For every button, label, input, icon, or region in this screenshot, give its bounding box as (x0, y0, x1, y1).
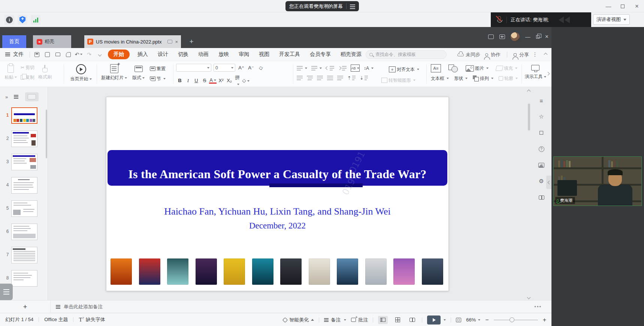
zoom-out-button[interactable]: − (485, 317, 489, 323)
slide-sorter-view-button[interactable] (393, 316, 402, 324)
menu-item-devtools[interactable]: 开发工具 (274, 48, 305, 61)
slide-date-text[interactable]: December, 2022 (106, 221, 448, 231)
export-button[interactable] (43, 50, 52, 59)
more-options-button[interactable]: … (533, 52, 540, 57)
distribute-button[interactable] (337, 76, 343, 80)
wps-minimize-button[interactable]: — (525, 34, 530, 40)
movie-poster[interactable] (196, 258, 217, 285)
format-painter-button[interactable]: 格式刷 (38, 65, 52, 80)
collapse-pane-tab[interactable] (546, 176, 551, 189)
properties-icon[interactable]: ≡ (538, 97, 545, 104)
missing-font-button[interactable]: T? 缺失字体 (79, 316, 105, 323)
command-search-input[interactable]: 查找命令、搜索模板 (366, 50, 447, 59)
slide-authors-text[interactable]: Haichao Fan, Yichuan Hu, Lixin Tang, and… (106, 206, 448, 217)
normal-view-button[interactable] (378, 316, 388, 324)
movie-poster[interactable] (309, 258, 330, 285)
copy-button[interactable]: 复制 (21, 74, 34, 81)
tab-close-icon[interactable]: × (175, 39, 178, 45)
menu-item-transition[interactable]: 切换 (173, 48, 193, 61)
slide-thumbnail-4[interactable]: 4 (4, 177, 48, 194)
zoom-slider-handle[interactable] (510, 317, 514, 322)
shapes-button[interactable]: 形状 (454, 75, 468, 82)
bullets-button[interactable] (297, 65, 307, 72)
zoom-in-button[interactable]: + (543, 317, 546, 323)
file-menu[interactable]: 文件 (0, 51, 28, 58)
scrollbar-thumb[interactable] (528, 104, 530, 131)
increase-font-button[interactable]: A⁺ (238, 65, 245, 71)
print-preview-button[interactable] (64, 50, 73, 59)
mic-muted-icon[interactable] (496, 16, 503, 24)
decrease-indent-button[interactable] (326, 65, 334, 72)
network-quality-button[interactable] (31, 15, 40, 25)
menu-item-animation[interactable]: 动画 (193, 48, 214, 61)
scroll-up-icon[interactable] (527, 90, 531, 93)
favorites-star-icon[interactable]: ☆ (538, 113, 545, 120)
canvas-scrollbar[interactable] (527, 90, 531, 299)
movie-poster[interactable] (422, 258, 443, 285)
new-slide-button[interactable]: 新建幻灯片 (101, 64, 127, 81)
section-button[interactable]: 节 (150, 75, 166, 82)
play-from-current-button[interactable]: 当页开始 (69, 64, 93, 82)
align-center-button[interactable] (307, 76, 313, 80)
underline-button[interactable]: U (193, 78, 200, 83)
font-size-select[interactable]: 0 (214, 64, 235, 72)
settings-gear-icon[interactable]: ⚙ (538, 177, 545, 185)
movie-poster[interactable] (167, 258, 188, 285)
italic-button[interactable]: I (184, 78, 192, 84)
text-box-button[interactable]: 文本框 (431, 75, 449, 82)
sync-status-button[interactable]: 未同步 (457, 51, 480, 58)
clear-format-button[interactable]: ◇ (256, 64, 265, 72)
collapse-ribbon-button[interactable] (544, 53, 548, 57)
scroll-down-icon[interactable] (527, 296, 531, 299)
presenter-view-dropdown[interactable]: 演讲者视图 (593, 14, 630, 25)
cut-button[interactable]: ✂ 剪切 (21, 64, 34, 71)
arrange-button[interactable]: 排列 (473, 75, 493, 82)
zoom-slider[interactable] (494, 320, 538, 320)
menu-item-member[interactable]: 会员专享 (305, 48, 336, 61)
movie-poster[interactable] (280, 258, 302, 285)
help-icon[interactable]: ? (538, 145, 545, 153)
movie-poster[interactable] (393, 258, 415, 285)
undo-button[interactable]: ↶ (74, 50, 83, 59)
convert-smartart-button[interactable]: 转智能图形 (381, 77, 415, 84)
zoom-level-button[interactable]: 66% (466, 317, 480, 323)
movie-poster[interactable] (337, 258, 358, 285)
share-banner-menu-icon[interactable] (350, 5, 355, 5)
meeting-security-button[interactable] (18, 15, 27, 25)
row-spacing-up-button[interactable]: ⇡ (347, 75, 356, 81)
justify-button[interactable] (327, 76, 333, 80)
theme-label[interactable]: Office 主题 (44, 316, 68, 323)
align-left-button[interactable] (297, 76, 303, 80)
movie-poster[interactable] (224, 258, 245, 285)
movie-poster[interactable] (139, 258, 160, 285)
slide-thumbnail-2[interactable]: 2 (4, 131, 48, 148)
strikethrough-button[interactable]: S (201, 78, 208, 83)
font-family-select[interactable] (176, 64, 211, 72)
more-commands-button[interactable] (95, 50, 104, 59)
movie-poster[interactable] (252, 258, 273, 285)
font-color-button[interactable]: A (209, 78, 217, 84)
tab-home[interactable]: 首页 (2, 35, 26, 48)
subscript-button[interactable]: X₂ (226, 78, 233, 83)
notes-input[interactable]: 单击此处添加备注 ••• (51, 300, 551, 313)
slide-title-text[interactable]: Is the American Soft Power a Casualty of… (108, 167, 447, 181)
add-slide-button[interactable]: + (0, 300, 51, 313)
superscript-button[interactable]: X² (217, 78, 225, 83)
slide-view-button[interactable] (25, 92, 39, 101)
menu-item-home[interactable]: 开始 (108, 50, 130, 59)
slide-thumbnail-7[interactable]: 7 (4, 247, 48, 264)
comment-button[interactable]: 批注 (351, 317, 368, 323)
webcam-video[interactable]: 樊海潮 (553, 156, 642, 206)
print-button[interactable] (53, 50, 62, 59)
reset-button[interactable]: 重置 (150, 65, 166, 72)
expand-panel-button[interactable]: » (5, 94, 7, 100)
notes-more-button[interactable]: ••• (534, 304, 542, 309)
slide-thumbnail-6[interactable]: 6 (4, 224, 48, 241)
meeting-info-button[interactable]: i (4, 15, 14, 25)
menu-item-view[interactable]: 视图 (254, 48, 274, 61)
presentation-tools-button[interactable]: 演示工具 (524, 65, 547, 80)
notes-list-float-button[interactable] (0, 284, 13, 300)
increase-indent-button[interactable] (338, 65, 347, 72)
layout-button[interactable]: 版式 (132, 64, 145, 81)
tab-document[interactable]: P US movies in China-2022.pptx × (84, 35, 181, 48)
